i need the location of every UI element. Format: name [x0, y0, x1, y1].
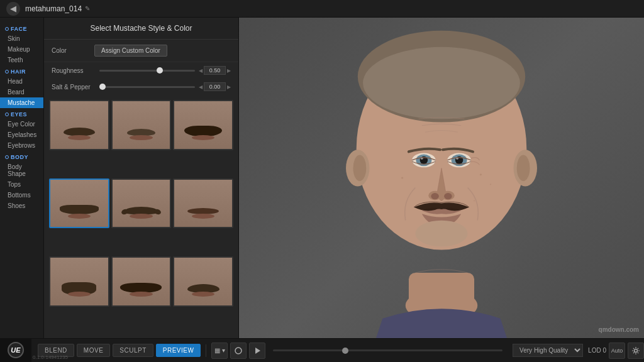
svg-point-21 [517, 155, 530, 182]
salt-pepper-thumb[interactable] [99, 84, 106, 90]
version-text: 0.1.0-14941235 [33, 354, 68, 360]
center-panel: Select Mustache Style & Color Color Assi… [44, 18, 239, 338]
sidebar-item-beard[interactable]: Beard [0, 87, 43, 97]
panel-title: Select Mustache Style & Color [44, 18, 238, 40]
svg-point-15 [431, 193, 438, 199]
sidebar-item-body-shape[interactable]: Body Shape [0, 162, 43, 179]
top-bar: ◀ metahuman_014 ✎ [0, 0, 644, 18]
salt-pepper-value: 0.00 [204, 82, 226, 91]
svg-point-25 [474, 200, 475, 201]
frame-button[interactable] [230, 343, 247, 359]
bottom-toolbar: UE 0.1.0-14941235 BLEND MOVE SCULPT PREV… [0, 338, 644, 362]
settings-button[interactable] [628, 343, 644, 359]
mustache-style-9[interactable] [173, 256, 233, 307]
salt-pepper-slider[interactable] [99, 86, 195, 88]
auto-button[interactable]: Auto [609, 343, 625, 359]
svg-marker-27 [255, 348, 260, 354]
svg-point-28 [635, 349, 638, 352]
playback-slider[interactable] [273, 349, 502, 351]
play-button[interactable] [249, 343, 265, 359]
svg-point-24 [401, 177, 403, 178]
sidebar-item-skin[interactable]: Skin [0, 33, 43, 44]
hair-section-label: HAIR [0, 65, 43, 76]
roughness-label: Roughness [52, 67, 96, 74]
unreal-engine-logo: UE [8, 342, 24, 358]
eyes-section-label: EYES [0, 108, 43, 119]
preview-button[interactable]: PREVIEW [156, 344, 201, 357]
sidebar-item-eyelashes[interactable]: Eyelashes [0, 129, 43, 140]
main-layout: FACE Skin Makeup Teeth HAIR Head Beard M… [0, 18, 644, 338]
sidebar-item-eyebrows[interactable]: Eyebrows [0, 140, 43, 151]
sidebar-item-teeth[interactable]: Teeth [0, 55, 43, 65]
roughness-row: Roughness ◀ 0.50 ▶ [44, 62, 238, 79]
title-text: metahuman_014 [25, 4, 82, 13]
mustache-style-7[interactable] [49, 256, 109, 307]
svg-point-16 [444, 193, 452, 199]
color-row: Color Assign Custom Color [44, 40, 238, 62]
mustache-style-1[interactable] [49, 100, 109, 150]
document-title: metahuman_014 ✎ [25, 4, 90, 13]
face-section-label: FACE [0, 23, 43, 33]
sculpt-button[interactable]: SCULPT [113, 344, 153, 357]
svg-point-4 [363, 47, 520, 119]
head-render [239, 18, 644, 338]
roughness-decrement[interactable]: ◀ [199, 68, 203, 74]
svg-point-22 [480, 173, 482, 175]
toolbar-separator-1 [206, 344, 206, 357]
playback-thumb[interactable] [342, 348, 348, 354]
mustache-style-8[interactable] [111, 256, 172, 307]
color-label: Color [52, 47, 89, 54]
sidebar-item-eye-color[interactable]: Eye Color [0, 119, 43, 129]
viewport[interactable]: qmdown.com [239, 18, 644, 338]
mustache-style-6[interactable] [173, 178, 233, 229]
salt-pepper-label: Salt & Pepper [52, 84, 96, 90]
sidebar-item-tops[interactable]: Tops [0, 179, 43, 190]
mustache-style-5[interactable] [111, 178, 172, 229]
sidebar-item-shoes[interactable]: Shoes [0, 200, 43, 211]
sidebar-item-bottoms[interactable]: Bottoms [0, 190, 43, 200]
roughness-value-box: ◀ 0.50 ▶ [199, 66, 231, 75]
mustache-style-3[interactable] [173, 100, 233, 150]
salt-pepper-row: Salt & Pepper ◀ 0.00 ▶ [44, 79, 238, 95]
roughness-thumb[interactable] [157, 67, 163, 74]
sidebar-item-makeup[interactable]: Makeup [0, 44, 43, 55]
salt-pepper-value-box: ◀ 0.00 ▶ [199, 82, 231, 91]
svg-point-23 [490, 184, 491, 185]
mustache-style-2[interactable] [111, 100, 172, 150]
svg-point-19 [353, 155, 366, 182]
sidebar-item-head[interactable]: Head [0, 76, 43, 87]
mustache-style-4[interactable] [49, 178, 109, 229]
assign-color-button[interactable]: Assign Custom Color [94, 45, 167, 57]
sidebar-item-mustache[interactable]: Mustache [0, 97, 43, 108]
mustache-style-grid [44, 95, 238, 338]
ue-logo-area: UE [0, 338, 31, 362]
lod-label: LOD 0 [588, 347, 606, 354]
body-section-label: BODY [0, 151, 43, 162]
roughness-value: 0.50 [204, 66, 226, 75]
camera-dropdown-button[interactable]: ▦ ▾ [211, 343, 228, 359]
roughness-slider[interactable] [99, 70, 195, 72]
left-sidebar: FACE Skin Makeup Teeth HAIR Head Beard M… [0, 18, 44, 338]
svg-point-26 [235, 348, 242, 354]
salt-pepper-decrement[interactable]: ◀ [199, 84, 203, 90]
svg-point-17 [415, 221, 467, 247]
move-button[interactable]: MOVE [77, 344, 110, 357]
salt-pepper-increment[interactable]: ▶ [227, 84, 231, 90]
quality-select[interactable]: Very High Quality High Quality Medium Qu… [513, 344, 583, 357]
back-button[interactable]: ◀ [6, 2, 20, 16]
roughness-increment[interactable]: ▶ [227, 68, 231, 74]
watermark: qmdown.com [599, 326, 639, 333]
edit-icon[interactable]: ✎ [85, 5, 90, 12]
